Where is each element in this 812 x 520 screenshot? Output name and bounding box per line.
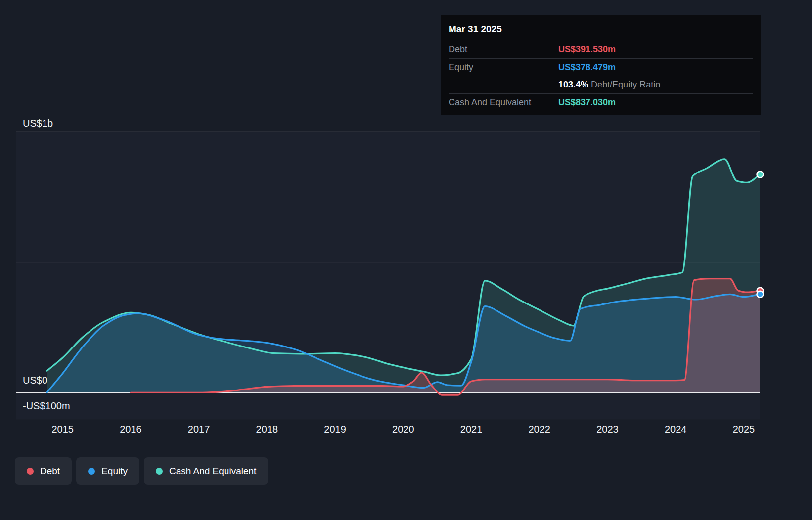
cash-endpoint-marker[interactable] — [757, 172, 764, 178]
chart-legend: Debt Equity Cash And Equivalent — [15, 457, 268, 485]
legend-item-cash[interactable]: Cash And Equivalent — [144, 457, 268, 485]
legend-item-debt[interactable]: Debt — [15, 457, 72, 485]
tooltip-cash-value: US$837.030m — [558, 97, 616, 108]
tooltip-date: Mar 31 2025 — [449, 21, 753, 41]
ratio-label: Debt/Equity Ratio — [591, 80, 660, 89]
y-axis-label-zero: US$0 — [23, 375, 47, 386]
chart-tooltip: Mar 31 2025 Debt US$391.530m Equity US$3… — [441, 15, 761, 115]
debt-equity-history-page: US$1b US$0 -US$100m 20152016201720182019… — [0, 0, 812, 520]
x-axis-label-2017: 2017 — [188, 424, 210, 435]
tooltip-debt-value: US$391.530m — [558, 44, 616, 55]
x-axis-label-2024: 2024 — [665, 424, 687, 435]
legend-equity-label: Equity — [101, 466, 128, 477]
x-axis-label-2018: 2018 — [256, 424, 278, 435]
x-axis-label-2015: 2015 — [51, 424, 74, 435]
tooltip-equity-row: Equity US$378.479m — [449, 59, 753, 76]
tooltip-ratio-row: 103.4% Debt/Equity Ratio — [449, 76, 753, 93]
x-axis-label-2023: 2023 — [596, 424, 619, 435]
legend-item-equity[interactable]: Equity — [76, 457, 139, 485]
legend-debt-label: Debt — [40, 466, 60, 477]
ratio-percent: 103.4% — [558, 80, 588, 89]
equity-legend-dot-icon — [88, 468, 95, 475]
tooltip-debt-label: Debt — [449, 44, 558, 55]
tooltip-equity-block: Equity US$378.479m 103.4% Debt/Equity Ra… — [449, 59, 753, 94]
x-axis-label-2022: 2022 — [529, 424, 551, 435]
tooltip-debt-row: Debt US$391.530m — [449, 41, 753, 59]
x-axis-label-2025: 2025 — [733, 424, 755, 435]
y-axis-label-1b: US$1b — [23, 118, 53, 129]
tooltip-equity-value: US$378.479m — [558, 62, 616, 73]
x-axis-label-2019: 2019 — [324, 424, 346, 435]
x-axis-label-2016: 2016 — [120, 424, 142, 435]
cash-legend-dot-icon — [156, 468, 163, 475]
equity-endpoint-marker[interactable] — [757, 291, 764, 298]
y-axis-label-neg100m: -US$100m — [23, 400, 70, 412]
tooltip-ratio-value: 103.4% Debt/Equity Ratio — [558, 80, 660, 90]
tooltip-equity-label: Equity — [449, 62, 558, 73]
tooltip-cash-row: Cash And Equivalent US$837.030m — [449, 94, 753, 111]
debt-legend-dot-icon — [27, 468, 34, 475]
legend-cash-label: Cash And Equivalent — [169, 466, 256, 477]
x-axis-label-2021: 2021 — [460, 424, 483, 435]
x-axis-label-2020: 2020 — [392, 424, 414, 435]
tooltip-cash-label: Cash And Equivalent — [449, 97, 558, 108]
